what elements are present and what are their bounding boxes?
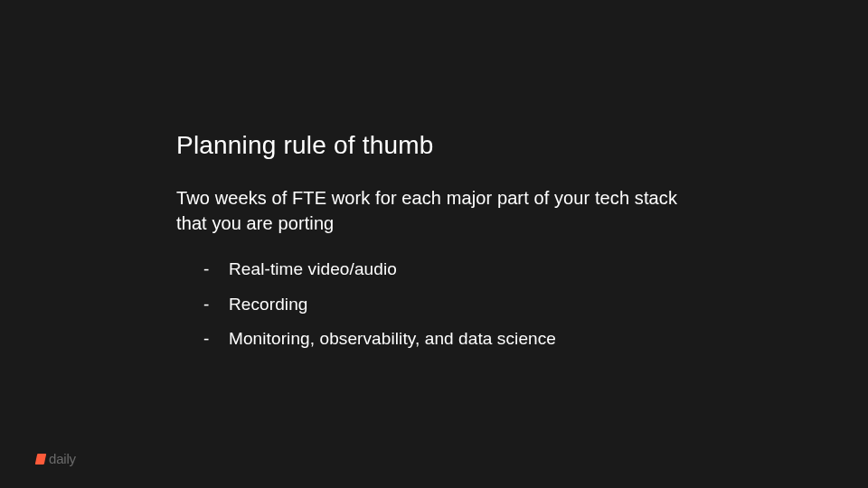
bullet-text: Real-time video/audio [229, 259, 397, 278]
slide-subtitle: Two weeks of FTE work for each major par… [176, 185, 696, 236]
logo-mark-icon [35, 454, 47, 465]
list-item: - Real-time video/audio [203, 258, 696, 282]
slide-content: Planning rule of thumb Two weeks of FTE … [0, 0, 868, 352]
list-item: - Recording [203, 293, 696, 317]
bullet-list: - Real-time video/audio - Recording - Mo… [176, 258, 696, 352]
bullet-dash-icon: - [203, 293, 209, 317]
slide-title: Planning rule of thumb [176, 131, 696, 160]
bullet-text: Recording [229, 295, 308, 314]
bullet-dash-icon: - [203, 327, 209, 352]
logo-text: daily [49, 451, 76, 466]
bullet-dash-icon: - [203, 258, 209, 282]
list-item: - Monitoring, observability, and data sc… [203, 327, 696, 352]
brand-logo: daily [36, 451, 76, 466]
bullet-text: Monitoring, observability, and data scie… [229, 329, 556, 348]
